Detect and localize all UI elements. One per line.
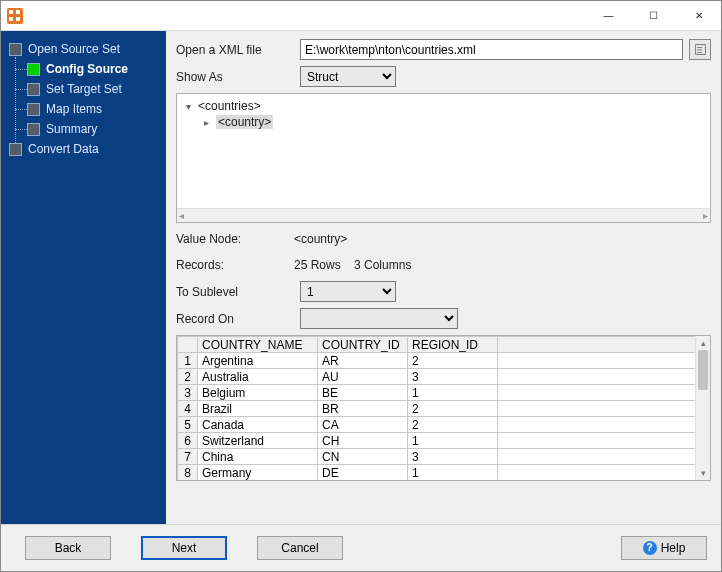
sidebar-item-label: Open Source Set	[28, 42, 120, 56]
next-button[interactable]: Next	[141, 536, 227, 560]
sidebar-item-config-source[interactable]: Config Source	[1, 59, 166, 79]
table-row[interactable]: 7ChinaCN3	[178, 449, 710, 465]
record-on-label: Record On	[176, 312, 294, 326]
row-number: 5	[178, 417, 198, 433]
table-row[interactable]: 4BrazilBR2	[178, 401, 710, 417]
tree-node-child[interactable]: <country>	[216, 115, 273, 129]
table-row[interactable]: 5CanadaCA2	[178, 417, 710, 433]
scroll-left-icon[interactable]: ◂	[179, 210, 184, 221]
svg-rect-1	[697, 47, 702, 48]
back-button[interactable]: Back	[25, 536, 111, 560]
table-cell[interactable]: Belgium	[198, 385, 318, 401]
column-header[interactable]: COUNTRY_NAME	[198, 337, 318, 353]
table-cell[interactable]: 3	[408, 449, 498, 465]
browse-icon	[694, 43, 707, 56]
table-cell[interactable]: AR	[318, 353, 408, 369]
table-cell[interactable]: Australia	[198, 369, 318, 385]
window-close-button[interactable]: ✕	[676, 1, 721, 31]
table-cell[interactable]: DE	[318, 465, 408, 481]
row-header-blank	[178, 337, 198, 353]
row-number: 4	[178, 401, 198, 417]
table-cell[interactable]: 2	[408, 353, 498, 369]
main-panel: Open a XML file Show As Struct ▾ <countr…	[166, 31, 721, 524]
table-cell-spacer	[498, 465, 710, 481]
table-cell[interactable]: Brazil	[198, 401, 318, 417]
table-cell[interactable]: Argentina	[198, 353, 318, 369]
scroll-thumb[interactable]	[698, 350, 708, 390]
table-cell[interactable]: CN	[318, 449, 408, 465]
sidebar-item-set-target-set[interactable]: Set Target Set	[1, 79, 166, 99]
step-box-icon	[27, 83, 40, 96]
step-box-icon	[27, 123, 40, 136]
table-cell[interactable]: Switzerland	[198, 433, 318, 449]
table-cell[interactable]: 1	[408, 385, 498, 401]
table-cell[interactable]: CA	[318, 417, 408, 433]
help-button[interactable]: ? Help	[621, 536, 707, 560]
sidebar-item-summary[interactable]: Summary	[1, 119, 166, 139]
sidebar-item-open-source-set[interactable]: Open Source Set	[1, 39, 166, 59]
table-cell-spacer	[498, 401, 710, 417]
table-cell-spacer	[498, 417, 710, 433]
table-row[interactable]: 2AustraliaAU3	[178, 369, 710, 385]
table-cell[interactable]: 2	[408, 401, 498, 417]
open-file-input[interactable]	[300, 39, 683, 60]
row-number: 8	[178, 465, 198, 481]
browse-file-button[interactable]	[689, 39, 711, 60]
table-row[interactable]: 1ArgentinaAR2	[178, 353, 710, 369]
sidebar-item-convert-data[interactable]: Convert Data	[1, 139, 166, 159]
table-cell[interactable]: 2	[408, 417, 498, 433]
sidebar-item-label: Summary	[46, 122, 97, 136]
tree-collapse-icon[interactable]: ▾	[183, 101, 194, 112]
step-box-icon	[27, 103, 40, 116]
show-as-select[interactable]: Struct	[300, 66, 396, 87]
tree-expand-icon[interactable]: ▸	[201, 117, 212, 128]
scroll-up-icon[interactable]: ▴	[696, 336, 710, 350]
preview-table: COUNTRY_NAME COUNTRY_ID REGION_ID 1Argen…	[176, 335, 711, 481]
table-row[interactable]: 8GermanyDE1	[178, 465, 710, 481]
scroll-down-icon[interactable]: ▾	[696, 466, 710, 480]
table-cell[interactable]: 3	[408, 369, 498, 385]
table-cell-spacer	[498, 369, 710, 385]
table-cell-spacer	[498, 385, 710, 401]
app-icon	[7, 8, 23, 24]
column-header[interactable]: COUNTRY_ID	[318, 337, 408, 353]
table-row[interactable]: 6SwitzerlandCH1	[178, 433, 710, 449]
row-number: 6	[178, 433, 198, 449]
show-as-label: Show As	[176, 70, 294, 84]
sidebar-item-label: Set Target Set	[46, 82, 122, 96]
table-cell-spacer	[498, 353, 710, 369]
table-vertical-scrollbar[interactable]: ▴ ▾	[695, 336, 710, 480]
tree-horizontal-scrollbar[interactable]: ◂ ▸	[177, 208, 710, 222]
window-minimize-button[interactable]: —	[586, 1, 631, 31]
step-box-icon	[9, 43, 22, 56]
wizard-footer: Back Next Cancel ? Help	[1, 524, 721, 570]
record-on-select[interactable]	[300, 308, 458, 329]
table-cell[interactable]: BR	[318, 401, 408, 417]
titlebar: — ☐ ✕	[1, 1, 721, 31]
tree-node-root[interactable]: <countries>	[198, 99, 261, 113]
table-cell[interactable]: Canada	[198, 417, 318, 433]
xml-tree-panel[interactable]: ▾ <countries> ▸ <country> ◂ ▸	[176, 93, 711, 223]
table-cell[interactable]: CH	[318, 433, 408, 449]
table-cell[interactable]: 1	[408, 465, 498, 481]
table-cell[interactable]: BE	[318, 385, 408, 401]
scroll-right-icon[interactable]: ▸	[703, 210, 708, 221]
table-cell[interactable]: 1	[408, 433, 498, 449]
sidebar-item-map-items[interactable]: Map Items	[1, 99, 166, 119]
row-number: 3	[178, 385, 198, 401]
table-cell[interactable]: Germany	[198, 465, 318, 481]
to-sublevel-select[interactable]: 1	[300, 281, 396, 302]
table-cell[interactable]: AU	[318, 369, 408, 385]
cancel-button[interactable]: Cancel	[257, 536, 343, 560]
row-number: 7	[178, 449, 198, 465]
table-cell-spacer	[498, 433, 710, 449]
svg-rect-2	[697, 50, 702, 51]
table-row[interactable]: 3BelgiumBE1	[178, 385, 710, 401]
column-header-spacer	[498, 337, 710, 353]
row-number: 2	[178, 369, 198, 385]
table-cell[interactable]: China	[198, 449, 318, 465]
help-icon: ?	[643, 541, 657, 555]
window-maximize-button[interactable]: ☐	[631, 1, 676, 31]
column-header[interactable]: REGION_ID	[408, 337, 498, 353]
step-box-icon	[9, 143, 22, 156]
